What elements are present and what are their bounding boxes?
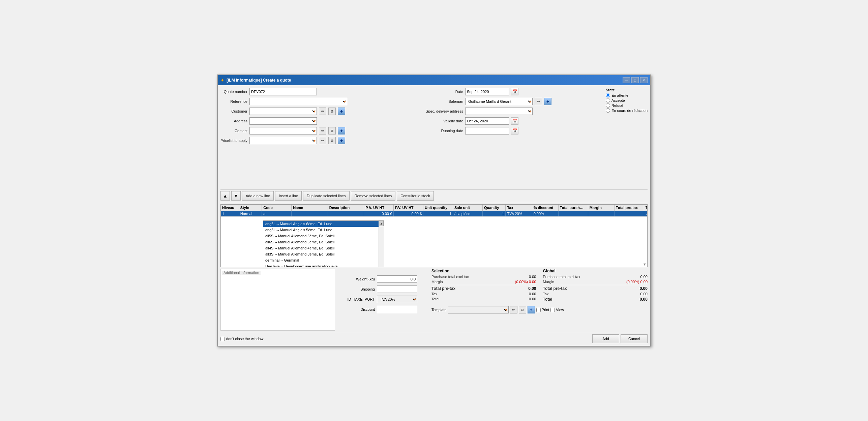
dunning-date-calendar-button[interactable]: 📅 <box>511 127 518 134</box>
state-en-attente-row[interactable]: En attente <box>606 93 648 97</box>
title-bar: ✦ [ILM Informatique] Create a quote — □ … <box>218 75 650 85</box>
quote-table: Niveau Style Code Name Description P.A. … <box>220 204 648 267</box>
state-accepte-radio[interactable] <box>606 98 610 102</box>
autocomplete-item-5[interactable]: all3S -- Manuel Allemand 3ème, Ed. Solei… <box>263 251 379 257</box>
validity-date-calendar-button[interactable]: 📅 <box>511 117 518 125</box>
pricelist-select[interactable] <box>249 137 317 144</box>
id-taxe-select[interactable]: TVA 20% <box>377 296 417 303</box>
print-label[interactable]: Print <box>536 308 549 312</box>
cancel-button[interactable]: Cancel <box>621 334 648 343</box>
discount-field[interactable] <box>377 306 417 313</box>
state-refuse-label: Refusé <box>611 103 623 108</box>
selection-pretax-row: Total pre-tax 0.00 <box>431 286 536 291</box>
duplicate-lines-button[interactable]: Duplicate selected lines <box>303 191 350 201</box>
cell-code[interactable] <box>262 211 292 216</box>
global-total-row: Total 0.00 <box>543 297 648 302</box>
print-text: Print <box>542 308 549 312</box>
scrollbar-track <box>379 226 384 267</box>
additional-info-label: Additional information <box>222 271 261 275</box>
add-button[interactable]: Add <box>592 334 619 343</box>
state-refuse-radio[interactable] <box>606 103 610 108</box>
pricelist-select-wrapper: ▼ <box>249 137 317 144</box>
reference-select[interactable] <box>249 98 347 105</box>
customer-select[interactable] <box>249 108 317 115</box>
dunning-date-label: Dunning date <box>409 129 463 133</box>
template-edit-button[interactable]: ✏ <box>510 306 517 313</box>
date-calendar-button[interactable]: 📅 <box>511 88 518 95</box>
customer-copy-button[interactable]: ⧉ <box>328 108 336 115</box>
quote-number-field[interactable] <box>249 88 317 95</box>
dunning-date-field[interactable] <box>465 127 509 134</box>
contact-edit-button[interactable]: ✏ <box>319 127 326 134</box>
move-down-button[interactable]: ▼ <box>231 191 241 201</box>
dont-close-label[interactable]: don't close the window <box>220 337 263 341</box>
view-label[interactable]: View <box>550 308 564 312</box>
global-total-value: 0.00 <box>640 297 648 302</box>
code-input[interactable] <box>263 212 290 216</box>
state-en-attente-radio[interactable] <box>606 93 610 97</box>
selection-margin-value: (0.00%) 0.00 <box>515 280 536 284</box>
weight-field[interactable] <box>377 275 417 283</box>
print-checkbox[interactable] <box>536 308 541 312</box>
state-en-cours-radio[interactable] <box>606 108 610 113</box>
customer-select-wrapper: ▼ <box>249 108 317 115</box>
autocomplete-dropdown: ang6L -- Manuel Anglais 6ème, Ed. Lune a… <box>263 220 384 267</box>
state-accepte-row[interactable]: Accepté <box>606 98 648 102</box>
validity-date-field[interactable] <box>465 117 509 125</box>
autocomplete-item-7[interactable]: DevJava -- Développez une application ja… <box>263 263 379 267</box>
autocomplete-item-3[interactable]: all6S -- Manuel Allemand 6ème, Ed. Solei… <box>263 239 379 245</box>
autocomplete-item-0[interactable]: ang6L -- Manuel Anglais 6ème, Ed. Lune <box>263 221 379 227</box>
view-checkbox[interactable] <box>550 308 555 312</box>
dont-close-checkbox[interactable] <box>220 337 225 341</box>
reference-row: Reference ▼ <box>220 98 402 105</box>
cell-description[interactable] <box>328 211 364 216</box>
template-copy-button[interactable]: ⧉ <box>519 306 526 313</box>
minimize-button[interactable]: — <box>623 77 630 83</box>
template-add-button[interactable]: + <box>528 306 535 313</box>
move-up-button[interactable]: ▲ <box>220 191 230 201</box>
description-input[interactable] <box>329 212 362 216</box>
pricelist-add-button[interactable]: + <box>338 137 345 144</box>
pricelist-edit-button[interactable]: ✏ <box>319 137 326 144</box>
autocomplete-item-2[interactable]: all5S -- Manuel Allemand 5ème, Ed. Solei… <box>263 233 379 239</box>
cell-name[interactable] <box>292 211 328 216</box>
remove-lines-button[interactable]: Remove selected lines <box>351 191 396 201</box>
maximize-button[interactable]: □ <box>631 77 639 83</box>
col-header-style: Style <box>239 205 262 211</box>
spec-delivery-select[interactable] <box>465 108 533 115</box>
autocomplete-item-6[interactable]: germinal -- Germinal <box>263 257 379 263</box>
state-en-cours-row[interactable]: En cours de rédaction <box>606 108 648 113</box>
add-new-line-button[interactable]: Add a new line <box>242 191 274 201</box>
contact-select[interactable] <box>249 127 317 134</box>
autocomplete-item-1[interactable]: ang5L -- Manuel Anglais 5ème, Ed. Lune <box>263 227 379 233</box>
saleman-add-button[interactable]: + <box>544 98 551 105</box>
additional-info-content[interactable] <box>222 275 333 329</box>
cell-style: Normal <box>239 211 262 216</box>
contact-copy-button[interactable]: ⧉ <box>328 127 336 134</box>
date-field[interactable] <box>465 88 509 95</box>
autocomplete-item-4[interactable]: all4S -- Manuel Allemand 4ème, Ed. Solei… <box>263 245 379 251</box>
contact-add-button[interactable]: + <box>338 127 345 134</box>
saleman-edit-button[interactable]: ✏ <box>535 98 542 105</box>
template-select[interactable] <box>448 306 509 313</box>
state-refuse-row[interactable]: Refusé <box>606 103 648 108</box>
customer-label: Customer <box>220 109 247 113</box>
insert-line-button[interactable]: Insert a line <box>275 191 302 201</box>
pricelist-copy-button[interactable]: ⧉ <box>328 137 336 144</box>
validity-date-label: Validity date <box>409 119 463 123</box>
scrollbar-up-button[interactable]: ▲ <box>379 221 384 226</box>
date-row: Date 📅 <box>409 88 551 95</box>
customer-add-button[interactable]: + <box>338 108 345 115</box>
name-input[interactable] <box>293 212 326 216</box>
address-select[interactable] <box>249 117 317 125</box>
col-header-code: Code <box>262 205 292 211</box>
consulter-stock-button[interactable]: Consulter le stock <box>397 191 433 201</box>
customer-edit-button[interactable]: ✏ <box>319 108 326 115</box>
content-area: State En attente Accepté Refusé En cours… <box>218 85 650 346</box>
close-button[interactable]: ✕ <box>640 77 648 83</box>
discount-row: Discount <box>338 306 429 313</box>
shipping-field[interactable] <box>377 285 417 293</box>
selection-stats: Selection Purchase total excl tax 0.00 M… <box>431 269 536 303</box>
selection-total-label: Total <box>431 297 439 301</box>
saleman-select[interactable]: Guillaume Maillard Gérant <box>465 98 533 105</box>
